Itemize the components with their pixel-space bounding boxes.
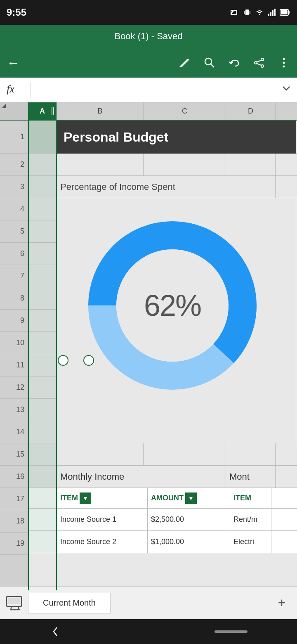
add-sheet-button[interactable]: + xyxy=(271,593,292,613)
donut-chart-area[interactable]: 62% xyxy=(57,198,296,443)
col-header-d[interactable]: D xyxy=(226,102,276,120)
row-num-15[interactable]: 15 xyxy=(0,443,28,466)
workbook-title: Book (1) - Saved xyxy=(114,31,182,42)
nav-home-indicator[interactable] xyxy=(214,630,248,633)
toolbar: ← xyxy=(0,48,297,78)
col-resize-handle[interactable] xyxy=(50,105,56,117)
share-icon[interactable] xyxy=(252,56,266,69)
undo-icon[interactable] xyxy=(228,56,241,69)
cell-d15[interactable] xyxy=(226,443,276,465)
row-num-12[interactable]: 12 xyxy=(0,376,28,399)
cell-a2[interactable] xyxy=(28,154,57,175)
toolbar-left: ← xyxy=(7,55,20,71)
resize-handle-right[interactable] xyxy=(83,355,94,366)
svg-rect-2 xyxy=(244,11,245,14)
status-right xyxy=(230,8,290,17)
cell-a1[interactable] xyxy=(28,121,57,153)
chart-resize-handles[interactable] xyxy=(58,355,94,366)
cell-a16[interactable] xyxy=(28,466,57,488)
svg-point-15 xyxy=(261,65,264,67)
cell-d17-expense-item-header[interactable]: ITEM xyxy=(230,488,271,508)
row-num-17[interactable]: 17 xyxy=(0,488,28,510)
cell-a15[interactable] xyxy=(28,443,57,465)
row-num-18[interactable]: 18 xyxy=(0,510,28,533)
back-button[interactable]: ← xyxy=(7,55,20,71)
cell-b15[interactable] xyxy=(57,443,144,465)
donut-chart: 62% xyxy=(78,211,267,400)
cell-a19[interactable] xyxy=(28,531,57,553)
status-time: 9:55 xyxy=(7,7,26,18)
svg-line-12 xyxy=(211,64,214,67)
cell-d18-expense-item-1[interactable]: Rent/m xyxy=(230,509,271,530)
battery-icon xyxy=(280,8,290,17)
svg-rect-10 xyxy=(281,10,288,14)
row-num-7[interactable]: 7 xyxy=(0,265,28,287)
resize-handle-left[interactable] xyxy=(58,355,68,366)
row-num-3[interactable]: 3 xyxy=(0,176,28,198)
row-num-19[interactable]: 19 xyxy=(0,533,28,555)
col-a-chart-strip xyxy=(28,198,57,443)
cell-b1-budget-header[interactable]: Personal Budget xyxy=(57,121,296,154)
tab-bar: Current Month + xyxy=(0,586,297,619)
cell-b18-income-source-1[interactable]: Income Source 1 xyxy=(57,509,148,530)
row-num-13[interactable]: 13 xyxy=(0,399,28,421)
cell-b2[interactable] xyxy=(57,154,144,175)
row-num-8[interactable]: 8 xyxy=(0,287,28,310)
sheet-row-3: Percentage of Income Spent xyxy=(28,176,297,198)
col-header-b[interactable]: B xyxy=(57,102,144,120)
sheet-row-2 xyxy=(28,154,297,176)
cell-a17[interactable] xyxy=(28,488,57,508)
sheet-row-1: Personal Budget xyxy=(28,121,297,154)
col-header-a[interactable]: A xyxy=(28,102,57,120)
nav-back-button[interactable] xyxy=(50,626,61,637)
svg-rect-31 xyxy=(8,598,20,604)
row-num-5[interactable]: 5 xyxy=(0,220,28,243)
vibrate-icon xyxy=(243,8,252,17)
edit-icon[interactable] xyxy=(178,56,191,69)
cell-c15[interactable] xyxy=(144,443,226,465)
row-num-4[interactable]: 4 xyxy=(0,198,28,220)
current-month-tab[interactable]: Current Month xyxy=(28,593,111,613)
row-num-10[interactable]: 10 xyxy=(0,332,28,354)
svg-point-11 xyxy=(205,58,212,65)
svg-rect-3 xyxy=(250,11,250,14)
cell-b3[interactable]: Percentage of Income Spent xyxy=(57,176,276,198)
col-headers: A B C D xyxy=(28,102,297,121)
col-header-c[interactable]: C xyxy=(144,102,226,120)
cell-b17-item-header[interactable]: ITEM ▼ xyxy=(57,488,148,508)
more-icon[interactable] xyxy=(277,56,290,69)
status-bar: 9:55 xyxy=(0,0,297,25)
row-num-9[interactable]: 9 xyxy=(0,310,28,332)
row-numbers: 1 2 3 4 5 6 7 8 9 xyxy=(0,102,28,590)
title-bar: Book (1) - Saved xyxy=(0,25,297,48)
cell-d16-monthly-expense[interactable]: Mont xyxy=(226,466,276,488)
formula-fx-label: fx xyxy=(5,81,26,99)
cell-c2[interactable] xyxy=(144,154,226,175)
row-num-2[interactable]: 2 xyxy=(0,154,28,176)
signal-icon xyxy=(267,8,276,17)
cell-c19-income-amount-2[interactable]: $1,000.00 xyxy=(148,531,230,553)
cell-b19-income-source-2[interactable]: Income Source 2 xyxy=(57,531,148,553)
toolbar-right xyxy=(178,56,290,69)
cell-d2[interactable] xyxy=(226,154,276,175)
sheet-row-17: ITEM ▼ AMOUNT ▼ ITEM xyxy=(28,488,297,509)
item-dropdown-btn[interactable]: ▼ xyxy=(80,492,91,504)
sheet-tab-icon xyxy=(5,593,25,613)
amount-dropdown-btn[interactable]: ▼ xyxy=(185,492,197,504)
cell-d19-expense-item-2[interactable]: Electri xyxy=(230,531,271,553)
cell-a18[interactable] xyxy=(28,509,57,530)
cell-a3[interactable] xyxy=(28,176,57,198)
cell-b16-monthly-income[interactable]: Monthly Income xyxy=(57,466,226,488)
svg-point-19 xyxy=(283,62,285,64)
cell-c17-amount-header[interactable]: AMOUNT ▼ xyxy=(148,488,230,508)
row-num-16[interactable]: 16 xyxy=(0,466,28,488)
row-num-6[interactable]: 6 xyxy=(0,243,28,265)
row-num-14[interactable]: 14 xyxy=(0,421,28,443)
row-num-11[interactable]: 11 xyxy=(0,354,28,376)
search-icon[interactable] xyxy=(203,56,216,69)
svg-rect-9 xyxy=(288,11,290,14)
row-num-1[interactable]: 1 xyxy=(0,121,28,154)
cell-c18-income-amount-1[interactable]: $2,500.00 xyxy=(148,509,230,530)
formula-expand-icon[interactable] xyxy=(280,83,292,97)
svg-rect-6 xyxy=(272,10,273,16)
